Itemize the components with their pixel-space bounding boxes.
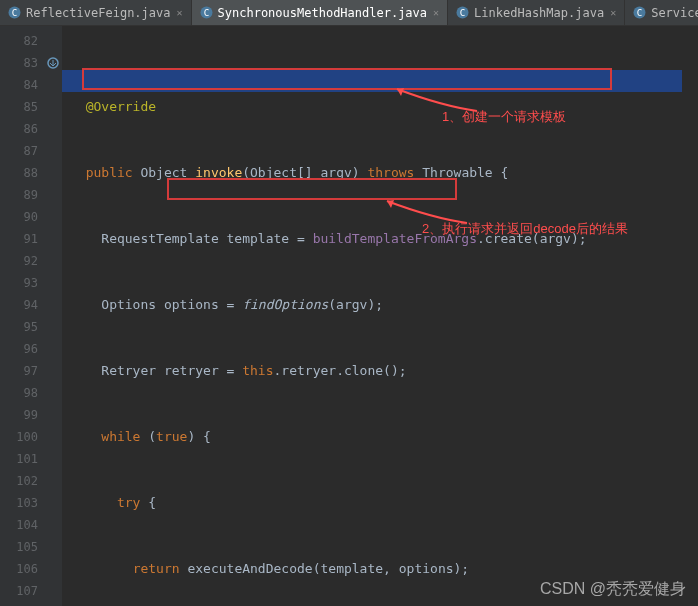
svg-text:C: C bbox=[460, 8, 465, 18]
class-icon: C bbox=[200, 6, 213, 19]
class-icon: C bbox=[456, 6, 469, 19]
override-gutter-icon[interactable] bbox=[44, 52, 62, 74]
close-icon[interactable]: ✕ bbox=[177, 7, 183, 18]
editor-tabs: C ReflectiveFeign.java ✕ C SynchronousMe… bbox=[0, 0, 698, 26]
gutter-icons bbox=[44, 26, 62, 606]
tab-reflectivefeign[interactable]: C ReflectiveFeign.java ✕ bbox=[0, 0, 192, 25]
close-icon[interactable]: ✕ bbox=[433, 7, 439, 18]
tab-serviceb[interactable]: C ServiceBController.java ✕ bbox=[625, 0, 698, 25]
tab-synchronous[interactable]: C SynchronousMethodHandler.java ✕ bbox=[192, 0, 449, 25]
class-icon: C bbox=[8, 6, 21, 19]
svg-text:C: C bbox=[637, 8, 642, 18]
tab-linkedhashmap[interactable]: C LinkedHashMap.java ✕ bbox=[448, 0, 625, 25]
class-icon: C bbox=[633, 6, 646, 19]
annotation-arrow-2 bbox=[382, 198, 472, 228]
line-number-gutter: 8283848586878889909192939495969798991001… bbox=[0, 26, 44, 606]
code-editor[interactable]: 8283848586878889909192939495969798991001… bbox=[0, 26, 698, 606]
close-icon[interactable]: ✕ bbox=[610, 7, 616, 18]
tab-label: ServiceBController.java bbox=[651, 6, 698, 20]
tab-label: ReflectiveFeign.java bbox=[26, 6, 171, 20]
svg-text:C: C bbox=[203, 8, 208, 18]
tab-label: SynchronousMethodHandler.java bbox=[218, 6, 428, 20]
code-area[interactable]: @Override public Object invoke(Object[] … bbox=[62, 26, 698, 606]
tab-label: LinkedHashMap.java bbox=[474, 6, 604, 20]
svg-text:C: C bbox=[12, 8, 17, 18]
